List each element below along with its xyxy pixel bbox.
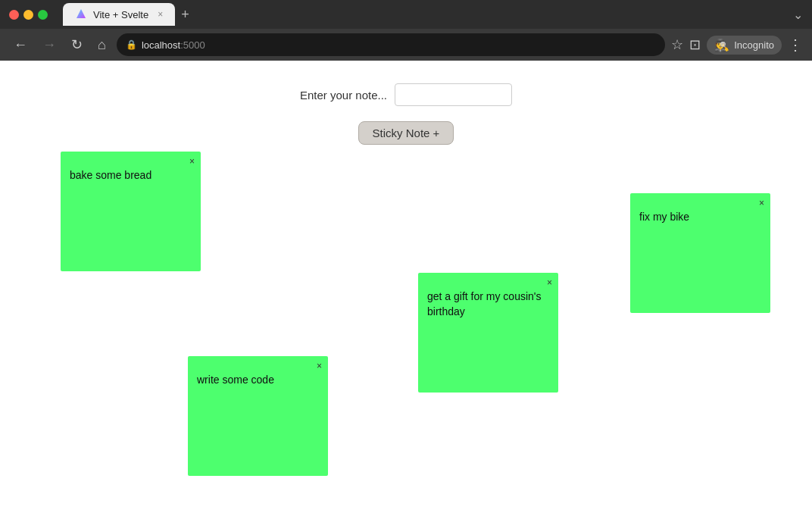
note-input[interactable] — [395, 83, 512, 106]
browser-menu-icon[interactable]: ⋮ — [788, 36, 803, 54]
add-sticky-note-button[interactable]: Sticky Note + — [358, 121, 454, 145]
sticky-note-write: × write some code — [188, 356, 328, 476]
address-bar[interactable]: 🔒 localhost:5000 — [117, 33, 665, 56]
nav-right-controls: ☆ ⊡ 🕵 Incognito ⋮ — [671, 36, 803, 55]
sticky-note-gift: × get a gift for my cousin's birthday — [418, 273, 558, 393]
forward-button[interactable]: → — [38, 34, 61, 56]
browser-window: Vite + Svelte × + ⌄ ← → ↻ ⌂ 🔒 localhost:… — [0, 0, 812, 513]
incognito-label: Incognito — [734, 39, 774, 51]
bookmark-icon[interactable]: ☆ — [671, 36, 683, 53]
nav-bar: ← → ↻ ⌂ 🔒 localhost:5000 ☆ ⊡ 🕵 Incognito… — [0, 29, 812, 61]
minimize-button[interactable] — [23, 10, 33, 20]
header-area: Enter your note... — [0, 61, 812, 106]
tab-bar: Vite + Svelte × + ⌄ — [54, 3, 803, 26]
address-host: localhost — [142, 39, 180, 51]
active-tab[interactable]: Vite + Svelte × — [63, 3, 175, 26]
maximize-button[interactable] — [38, 10, 48, 20]
address-text: localhost:5000 — [142, 39, 656, 51]
sidebar-icon[interactable]: ⊡ — [689, 36, 701, 53]
title-bar: Vite + Svelte × + ⌄ — [0, 0, 812, 29]
svg-marker-0 — [77, 9, 86, 18]
tab-title: Vite + Svelte — [93, 9, 148, 20]
incognito-icon: 🕵 — [714, 38, 729, 52]
note-label: Enter your note... — [300, 89, 387, 102]
new-tab-button[interactable]: + — [178, 4, 192, 26]
vite-icon — [75, 8, 87, 20]
close-note-bake[interactable]: × — [189, 156, 195, 167]
close-note-write[interactable]: × — [317, 361, 322, 371]
incognito-badge: 🕵 Incognito — [707, 36, 782, 55]
back-button[interactable]: ← — [9, 34, 32, 56]
home-button[interactable]: ⌂ — [93, 34, 111, 56]
sticky-note-bake: × bake some bread — [61, 152, 201, 271]
tab-overflow-icon[interactable]: ⌄ — [793, 8, 803, 22]
refresh-button[interactable]: ↻ — [67, 33, 87, 56]
lock-icon: 🔒 — [126, 39, 137, 50]
tab-close-icon[interactable]: × — [158, 9, 163, 20]
close-note-gift[interactable]: × — [547, 277, 552, 288]
sticky-note-bike: × fix my bike — [630, 193, 770, 313]
close-button[interactable] — [9, 10, 19, 20]
traffic-lights — [9, 10, 48, 20]
page-content: Enter your note... Sticky Note + × bake … — [0, 61, 812, 513]
note-text-bike: fix my bike — [639, 210, 761, 225]
close-note-bike[interactable]: × — [759, 198, 764, 208]
note-text-bake: bake some bread — [70, 168, 192, 183]
note-text-gift: get a gift for my cousin's birthday — [427, 289, 549, 319]
address-port: :5000 — [180, 39, 205, 51]
note-text-write: write some code — [197, 373, 319, 388]
